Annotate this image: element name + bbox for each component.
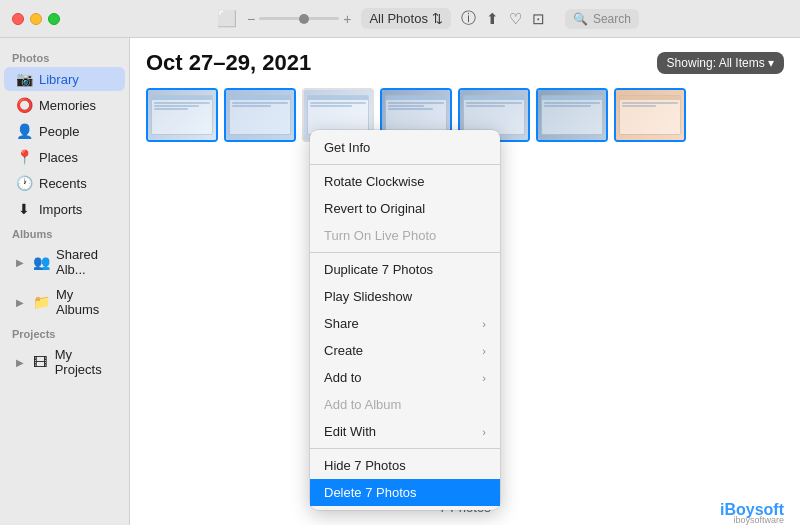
sidebar-item-places-label: Places: [39, 150, 78, 165]
menu-item-add-to[interactable]: Add to ›: [310, 364, 500, 391]
my-albums-icon: 📁: [33, 294, 49, 310]
sidebar-item-recents-label: Recents: [39, 176, 87, 191]
shared-icon: 👥: [33, 254, 49, 270]
sidebar-item-people[interactable]: 👤 People: [4, 119, 125, 143]
photo-thumb-1[interactable]: [146, 88, 218, 142]
titlebar-center: ⬜ − + All Photos ⇅ ⓘ ⬆ ♡ ⊡ 🔍 Search: [68, 8, 788, 29]
minimize-button[interactable]: [30, 13, 42, 25]
all-photos-dropdown[interactable]: All Photos ⇅: [361, 8, 451, 29]
watermark-sub: iboysoftware: [733, 515, 784, 525]
menu-item-share-label: Share: [324, 316, 359, 331]
sidebar-section-albums: Albums: [0, 222, 129, 242]
expand-icon: ▶: [16, 257, 24, 268]
photo-thumb-2[interactable]: [224, 88, 296, 142]
crop-icon[interactable]: ⊡: [532, 10, 545, 28]
titlebar-actions: ⓘ ⬆ ♡ ⊡: [461, 9, 545, 28]
menu-item-get-info-label: Get Info: [324, 140, 370, 155]
submenu-arrow-icon: ›: [482, 372, 486, 384]
sidebar-item-my-projects[interactable]: ▶ 🎞 My Projects: [4, 343, 125, 381]
zoom-button[interactable]: [48, 13, 60, 25]
submenu-arrow-icon: ›: [482, 318, 486, 330]
sidebar-section-projects: Projects: [0, 322, 129, 342]
close-button[interactable]: [12, 13, 24, 25]
projects-icon: 🎞: [33, 354, 48, 370]
sidebar-item-memories[interactable]: ⭕ Memories: [4, 93, 125, 117]
zoom-control: − +: [247, 11, 351, 27]
search-label: Search: [593, 12, 631, 26]
share-icon[interactable]: ⬆: [486, 10, 499, 28]
sidebar-item-imports[interactable]: ⬇ Imports: [4, 197, 125, 221]
menu-item-live-photo: Turn On Live Photo: [310, 222, 500, 249]
main-content: Oct 27–29, 2021 Showing: All Items ▾: [130, 38, 800, 525]
info-icon[interactable]: ⓘ: [461, 9, 476, 28]
main-header: Oct 27–29, 2021 Showing: All Items ▾: [130, 38, 800, 84]
traffic-lights: [12, 13, 60, 25]
photo-thumb-6[interactable]: [536, 88, 608, 142]
sidebar-item-imports-label: Imports: [39, 202, 82, 217]
menu-item-rotate[interactable]: Rotate Clockwise: [310, 168, 500, 195]
zoom-plus-icon: +: [343, 11, 351, 27]
menu-item-hide-label: Hide 7 Photos: [324, 458, 406, 473]
context-menu: Get Info Rotate Clockwise Revert to Orig…: [310, 130, 500, 510]
menu-item-share[interactable]: Share ›: [310, 310, 500, 337]
zoom-minus-icon: −: [247, 11, 255, 27]
menu-item-add-to-label: Add to: [324, 370, 362, 385]
menu-item-get-info[interactable]: Get Info: [310, 134, 500, 161]
zoom-thumb: [299, 14, 309, 24]
sidebar-item-recents[interactable]: 🕐 Recents: [4, 171, 125, 195]
menu-separator-1: [310, 164, 500, 165]
menu-item-hide[interactable]: Hide 7 Photos: [310, 452, 500, 479]
page-title: Oct 27–29, 2021: [146, 50, 311, 76]
sidebar-item-people-label: People: [39, 124, 79, 139]
showing-dropdown[interactable]: Showing: All Items ▾: [657, 52, 784, 74]
sidebar-section-photos: Photos: [0, 46, 129, 66]
menu-item-add-to-album: Add to Album: [310, 391, 500, 418]
photo-thumb-7[interactable]: [614, 88, 686, 142]
expand-icon: ▶: [16, 297, 24, 308]
menu-item-create-label: Create: [324, 343, 363, 358]
library-icon: 📷: [16, 71, 32, 87]
people-icon: 👤: [16, 123, 32, 139]
menu-item-revert[interactable]: Revert to Original: [310, 195, 500, 222]
menu-item-edit-with-label: Edit With: [324, 424, 376, 439]
sidebar-item-memories-label: Memories: [39, 98, 96, 113]
sidebar-item-shared-albums[interactable]: ▶ 👥 Shared Alb...: [4, 243, 125, 281]
menu-item-duplicate-label: Duplicate 7 Photos: [324, 262, 433, 277]
search-icon: 🔍: [573, 12, 588, 26]
heart-icon[interactable]: ♡: [509, 10, 522, 28]
zoom-slider[interactable]: [259, 17, 339, 20]
menu-item-slideshow-label: Play Slideshow: [324, 289, 412, 304]
imports-icon: ⬇: [16, 201, 32, 217]
menu-item-edit-with[interactable]: Edit With ›: [310, 418, 500, 445]
menu-item-duplicate[interactable]: Duplicate 7 Photos: [310, 256, 500, 283]
submenu-arrow-icon: ›: [482, 426, 486, 438]
chevron-up-down-icon: ⇅: [432, 11, 443, 26]
menu-item-create[interactable]: Create ›: [310, 337, 500, 364]
all-photos-label: All Photos: [369, 11, 428, 26]
submenu-arrow-icon: ›: [482, 345, 486, 357]
menu-item-delete-label: Delete 7 Photos: [324, 485, 417, 500]
menu-item-slideshow[interactable]: Play Slideshow: [310, 283, 500, 310]
sidebar-item-shared-label: Shared Alb...: [56, 247, 117, 277]
expand-icon: ▶: [16, 357, 24, 368]
sidebar-item-library-label: Library: [39, 72, 79, 87]
memories-icon: ⭕: [16, 97, 32, 113]
sidebar-item-my-albums[interactable]: ▶ 📁 My Albums: [4, 283, 125, 321]
menu-item-rotate-label: Rotate Clockwise: [324, 174, 424, 189]
menu-item-revert-label: Revert to Original: [324, 201, 425, 216]
frame-icon: ⬜: [217, 9, 237, 28]
showing-label: Showing: All Items ▾: [667, 56, 774, 70]
search-box[interactable]: 🔍 Search: [565, 9, 639, 29]
menu-item-live-photo-label: Turn On Live Photo: [324, 228, 436, 243]
sidebar-item-places[interactable]: 📍 Places: [4, 145, 125, 169]
sidebar-item-my-projects-label: My Projects: [55, 347, 117, 377]
sidebar-item-library[interactable]: 📷 Library: [4, 67, 125, 91]
menu-separator-2: [310, 252, 500, 253]
titlebar: ⬜ − + All Photos ⇅ ⓘ ⬆ ♡ ⊡ 🔍 Search: [0, 0, 800, 38]
places-icon: 📍: [16, 149, 32, 165]
menu-separator-3: [310, 448, 500, 449]
recents-icon: 🕐: [16, 175, 32, 191]
menu-item-add-to-album-label: Add to Album: [324, 397, 401, 412]
menu-item-delete[interactable]: Delete 7 Photos: [310, 479, 500, 506]
app-body: Photos 📷 Library ⭕ Memories 👤 People 📍 P…: [0, 38, 800, 525]
